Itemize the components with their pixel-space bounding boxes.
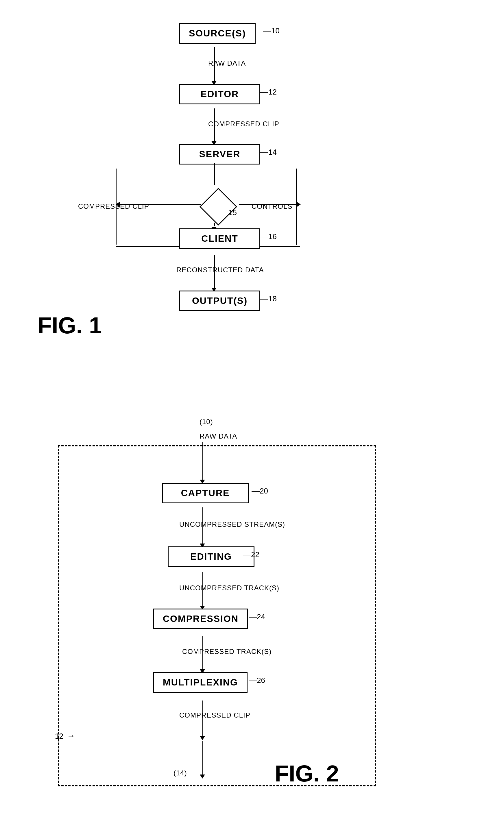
uncompressed-streams-label: UNCOMPRESSED STREAM(S) [179,521,285,529]
arrow-diamond-right [239,202,301,207]
hline-left [120,204,201,205]
output-label: OUTPUT(S) [179,291,260,311]
sources-label: SOURCE(S) [179,23,256,44]
compression-label: COMPRESSION [153,609,248,629]
capture-label: CAPTURE [162,483,249,503]
fig2-arrow1 [202,442,203,481]
fig2-arrowhead5 [200,736,205,740]
ref-10: —10 [263,26,280,35]
ref-12: —12 [260,87,277,96]
ref-24: —24 [249,612,265,621]
uncompressed-tracks-label: UNCOMPRESSED TRACK(S) [179,584,279,592]
compressed-clip-label-1: COMPRESSED CLIP [208,120,279,128]
connector-right [296,244,297,245]
fig2-arrow6 [202,741,203,775]
editing-label: EDITING [168,546,254,567]
client-label: CLIENT [179,229,260,249]
arrow-left-to-client [116,244,184,249]
arrowhead-right [297,202,301,207]
fig2-ref10: (10) [200,416,213,426]
compression-box: COMPRESSION [153,609,248,629]
sources-box: SOURCE(S) [179,23,256,44]
ref-15: 15 [228,208,237,217]
ref-22: —22 [243,550,259,559]
editing-box: EDITING [168,546,254,567]
diamond-node [200,188,237,225]
diamond-shape [200,188,237,225]
fig1-diagram: SOURCE(S) —10 RAW DATA EDITOR —12 COMPRE… [0,0,504,399]
arrow-diamond-left [116,202,201,207]
client-box: CLIENT [179,229,260,249]
editor-label: EDITOR [179,84,260,105]
multiplexing-box: MULTIPLEXING [153,672,248,693]
fig2-ref12: 12 → [55,732,75,741]
ref-14: —14 [260,148,277,157]
compressed-tracks-label: COMPRESSED TRACK(S) [182,648,271,656]
fig2-title: FIG. 2 [275,760,339,787]
output-box: OUTPUT(S) [179,291,260,311]
compressed-clip-label-2: COMPRESSED CLIP [179,711,250,719]
server-label: SERVER [179,144,260,165]
vline-right-down [296,202,297,245]
raw-data-label: RAW DATA [208,59,246,67]
ref-18: —18 [260,294,277,303]
arrow-server-diamond [214,163,215,185]
multiplexing-label: MULTIPLEXING [153,672,248,693]
ref-16: —16 [260,232,277,241]
server-box: SERVER [179,144,260,165]
capture-box: CAPTURE [162,483,249,503]
arrow-diamond-client [214,222,215,226]
hline-right [239,204,297,205]
reconstructed-data-label: RECONSTRUCTED DATA [176,266,264,274]
fig2-ref14: (14) [173,769,187,777]
editor-box: EDITOR [179,84,260,105]
fig1-title: FIG. 1 [38,312,102,339]
vline-left-down [116,169,117,203]
vline-right-up [296,169,297,203]
fig2-diagram: (10) RAW DATA CAPTURE —20 UNCOMPRESSED S… [0,399,504,828]
fig2-raw-data-label: RAW DATA [200,432,237,440]
page-container: SOURCE(S) —10 RAW DATA EDITOR —12 COMPRE… [0,0,504,828]
vline-left-up [116,202,117,245]
ref-20: —20 [252,486,268,496]
ref-26: —26 [249,676,265,685]
hline-to-client [116,246,180,247]
fig2-arrowhead6 [200,775,205,779]
